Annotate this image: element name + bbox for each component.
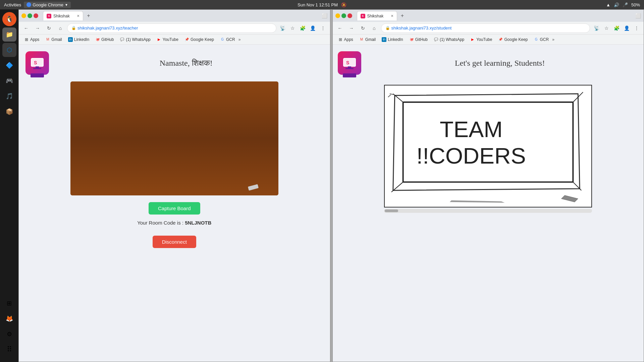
student-scrollbar[interactable] (384, 209, 592, 213)
browser-right-profile-btn[interactable]: 👤 (622, 24, 631, 33)
taskbar-settings-icon[interactable]: ⚙ (2, 327, 16, 341)
capture-board-btn[interactable]: Capture Board (149, 202, 200, 215)
right-bookmark-youtube[interactable]: ▶ YouTube (468, 37, 495, 43)
taskbar-spotify-icon[interactable]: 🎵 (2, 89, 16, 103)
browser-right-reload-btn[interactable]: ↻ (358, 23, 368, 33)
right-bookmark-gcr[interactable]: G GCR (531, 37, 552, 43)
browser-right-home-btn[interactable]: ⌂ (370, 23, 379, 33)
shikshak-logo-svg: S (31, 57, 44, 69)
bookmark-linkedin[interactable]: in LinkedIn (65, 37, 92, 43)
bookmark-github[interactable]: 🐙 GitHub (93, 37, 116, 43)
browser-left-reload-btn[interactable]: ↻ (44, 23, 54, 33)
student-greeting: Let's get learning, Students! (361, 59, 639, 68)
browser-left-bookmark-btn[interactable]: ☆ (288, 24, 297, 33)
github-icon: 🐙 (95, 37, 100, 42)
browser-left-minimize-btn[interactable] (21, 13, 26, 18)
volume-icon: 🔊 (614, 2, 619, 7)
browser-left-close-btn[interactable] (34, 13, 38, 18)
browser-left-new-tab-btn[interactable]: + (84, 11, 93, 20)
student-whiteboard-svg: TEAM !!CODERS (384, 85, 592, 207)
browser-right-close-btn[interactable] (347, 13, 352, 18)
right-bookmark-github[interactable]: 🐙 GitHub (407, 37, 430, 43)
svg-text:TEAM: TEAM (440, 117, 503, 142)
browser-left-titlebar: S Shikshak ✕ + ⬜ (19, 10, 330, 22)
taskbar: 🐧 📁 ⬡ 🔷 🎮 🎵 📦 ⊞ 🦊 ⚙ (0, 9, 18, 362)
taskbar-slack-icon[interactable]: 🔷 (2, 58, 16, 72)
bookmark-keep[interactable]: 📌 Google Keep (182, 37, 217, 43)
right-bookmarks-more-btn[interactable]: » (552, 37, 554, 42)
chrome-dropdown[interactable]: ▼ (65, 3, 68, 7)
taskbar-ubuntu-icon[interactable]: 🐧 (2, 12, 16, 26)
bookmark-whatsapp[interactable]: 💬 (1) WhatsApp (117, 37, 153, 43)
browser-right-addressbar: ← → ↻ ⌂ 🔒 shikshak.jagnani73.xyz/student… (333, 22, 644, 35)
battery-text: 50% (631, 2, 640, 7)
right-linkedin-icon: in (382, 37, 386, 42)
chrome-dot (26, 2, 31, 7)
bookmark-youtube[interactable]: ▶ YouTube (154, 37, 181, 43)
activities-label[interactable]: Activities (4, 2, 21, 7)
right-bookmark-gmail[interactable]: M Gmail (357, 37, 378, 43)
right-bookmark-linkedin[interactable]: in LinkedIn (379, 37, 406, 43)
taskbar-virtualbox-icon[interactable]: 📦 (2, 105, 16, 119)
bookmark-apps[interactable]: ⊞ Apps (21, 37, 42, 43)
taskbar-grid-icon[interactable]: ⠿ (2, 343, 16, 357)
svg-rect-11 (403, 102, 573, 182)
right-bookmark-keep-label: Google Keep (504, 37, 528, 42)
bookmark-gcr[interactable]: G GCR (217, 37, 238, 43)
browser-right-tab-close[interactable]: ✕ (391, 14, 393, 18)
browser-right-forward-btn[interactable]: → (347, 23, 356, 33)
bookmark-gcr-label: GCR (226, 37, 235, 42)
disconnect-btn[interactable]: Disconnect (153, 236, 196, 248)
browser-right-maximize-btn[interactable] (341, 13, 346, 18)
student-drawing-container: TEAM !!CODERS (384, 85, 592, 213)
browser-left-tab-close[interactable]: ✕ (77, 14, 79, 18)
browser-right-minimize-btn[interactable] (335, 13, 340, 18)
browser-left-toolbar: 📡 ☆ 🧩 👤 ⋮ (278, 24, 327, 33)
browser-left-forward-btn[interactable]: → (33, 23, 42, 33)
browser-right-extensions-btn[interactable]: 🧩 (612, 24, 621, 33)
teacher-app-logo: S (25, 51, 49, 75)
browser-right-back-btn[interactable]: ← (335, 23, 345, 33)
browser-left-menu-btn[interactable]: ⋮ (319, 24, 327, 33)
firefox-symbol: 🦊 (6, 315, 13, 322)
browser-left-cast-btn[interactable]: 📡 (278, 24, 287, 33)
browser-right-bookmark-btn[interactable]: ☆ (602, 24, 611, 33)
taskbar-apps-icon[interactable]: ⊞ (2, 296, 16, 310)
apps-icon: ⊞ (24, 37, 29, 42)
student-page-content: S Let's get learning, Students! (333, 45, 644, 362)
youtube-icon: ▶ (157, 37, 161, 42)
browsers-container: S Shikshak ✕ + ⬜ ← → ↻ ⌂ 🔒 shikshak.jagn… (18, 9, 644, 362)
bookmarks-more-btn[interactable]: » (238, 37, 241, 42)
right-bookmark-keep[interactable]: 📌 Google Keep (495, 37, 530, 43)
browser-right-new-tab-btn[interactable]: + (398, 11, 407, 20)
browser-left-tabbar: S Shikshak ✕ + (40, 11, 318, 20)
browser-left-new-window-btn[interactable]: ⬜ (322, 13, 327, 18)
right-youtube-icon: ▶ (470, 37, 475, 42)
browser-left-maximize-btn[interactable] (28, 13, 32, 18)
right-bookmark-whatsapp[interactable]: 💬 (1) WhatsApp (431, 37, 467, 43)
browser-left-address-input[interactable]: 🔒 shikshak.jagnani73.xyz/teacher (67, 23, 276, 33)
right-keep-icon: 📌 (498, 37, 503, 42)
browser-right-new-window-btn[interactable]: ⬜ (635, 13, 641, 18)
browser-left-profile-btn[interactable]: 👤 (309, 24, 317, 33)
right-bookmark-apps[interactable]: ⊞ Apps (335, 37, 356, 43)
browser-left-home-btn[interactable]: ⌂ (56, 23, 65, 33)
bookmark-gmail[interactable]: M Gmail (43, 37, 64, 43)
taskbar-discord-icon[interactable]: 🎮 (2, 74, 16, 88)
taskbar-files-icon[interactable]: 📁 (2, 27, 16, 42)
taskbar-vscode-icon[interactable]: ⬡ (2, 43, 16, 57)
teacher-whiteboard-photo: TEAM !!CODERS (70, 81, 278, 195)
browser-right-menu-btn[interactable]: ⋮ (632, 24, 641, 33)
taskbar-firefox-icon[interactable]: 🦊 (2, 312, 16, 326)
browser-right-tab[interactable]: S Shikshak ✕ (357, 11, 397, 20)
browser-left-tab-label: Shikshak (53, 14, 70, 18)
browser-left-tab[interactable]: S Shikshak ✕ (43, 11, 83, 20)
browser-left-extensions-btn[interactable]: 🧩 (299, 24, 307, 33)
browser-right-cast-btn[interactable]: 📡 (592, 24, 601, 33)
room-code-container: Your Room Code is : 5NLJNOTB (137, 220, 211, 226)
grid-symbol: ⠿ (7, 345, 12, 354)
browser-left-back-btn[interactable]: ← (21, 23, 31, 33)
right-bookmark-whatsapp-label: (1) WhatsApp (440, 37, 464, 42)
browser-right-address-input[interactable]: 🔒 shikshak.jagnani73.xyz/student (381, 23, 590, 33)
teacher-greeting: Namaste, शिक्षक! (49, 59, 323, 68)
